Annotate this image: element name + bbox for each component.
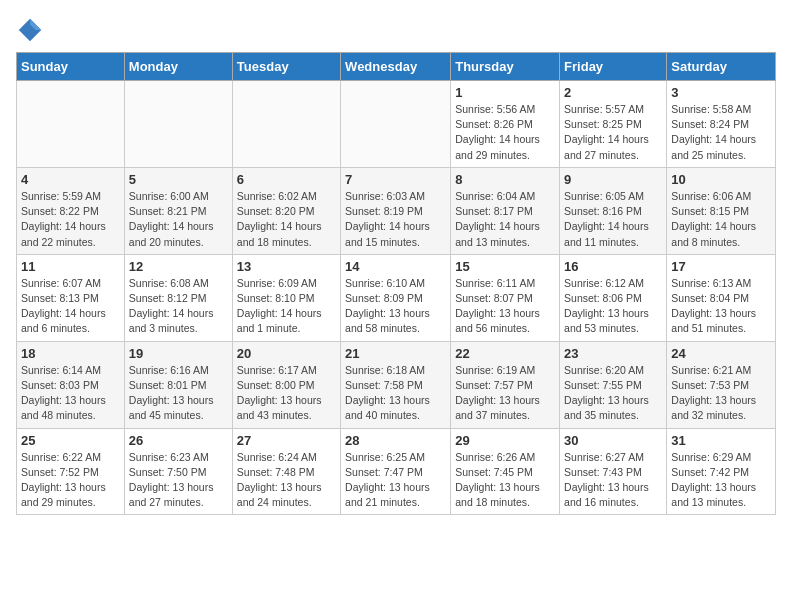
calendar-cell: 1Sunrise: 5:56 AM Sunset: 8:26 PM Daylig… bbox=[451, 81, 560, 168]
day-info: Sunrise: 6:18 AM Sunset: 7:58 PM Dayligh… bbox=[345, 363, 446, 424]
day-header-saturday: Saturday bbox=[667, 53, 776, 81]
day-number: 23 bbox=[564, 346, 662, 361]
day-info: Sunrise: 6:23 AM Sunset: 7:50 PM Dayligh… bbox=[129, 450, 228, 511]
day-info: Sunrise: 6:21 AM Sunset: 7:53 PM Dayligh… bbox=[671, 363, 771, 424]
day-number: 30 bbox=[564, 433, 662, 448]
day-info: Sunrise: 5:58 AM Sunset: 8:24 PM Dayligh… bbox=[671, 102, 771, 163]
day-info: Sunrise: 5:57 AM Sunset: 8:25 PM Dayligh… bbox=[564, 102, 662, 163]
day-info: Sunrise: 6:17 AM Sunset: 8:00 PM Dayligh… bbox=[237, 363, 336, 424]
calendar-cell bbox=[341, 81, 451, 168]
day-number: 19 bbox=[129, 346, 228, 361]
day-info: Sunrise: 6:09 AM Sunset: 8:10 PM Dayligh… bbox=[237, 276, 336, 337]
day-number: 21 bbox=[345, 346, 446, 361]
day-number: 7 bbox=[345, 172, 446, 187]
day-number: 3 bbox=[671, 85, 771, 100]
day-info: Sunrise: 6:11 AM Sunset: 8:07 PM Dayligh… bbox=[455, 276, 555, 337]
week-row-2: 4Sunrise: 5:59 AM Sunset: 8:22 PM Daylig… bbox=[17, 167, 776, 254]
calendar-cell: 17Sunrise: 6:13 AM Sunset: 8:04 PM Dayli… bbox=[667, 254, 776, 341]
logo bbox=[16, 16, 46, 44]
day-number: 4 bbox=[21, 172, 120, 187]
day-number: 15 bbox=[455, 259, 555, 274]
calendar-cell: 9Sunrise: 6:05 AM Sunset: 8:16 PM Daylig… bbox=[560, 167, 667, 254]
calendar-cell: 10Sunrise: 6:06 AM Sunset: 8:15 PM Dayli… bbox=[667, 167, 776, 254]
calendar-cell: 24Sunrise: 6:21 AM Sunset: 7:53 PM Dayli… bbox=[667, 341, 776, 428]
day-info: Sunrise: 6:26 AM Sunset: 7:45 PM Dayligh… bbox=[455, 450, 555, 511]
day-number: 12 bbox=[129, 259, 228, 274]
calendar-cell: 11Sunrise: 6:07 AM Sunset: 8:13 PM Dayli… bbox=[17, 254, 125, 341]
calendar-cell: 30Sunrise: 6:27 AM Sunset: 7:43 PM Dayli… bbox=[560, 428, 667, 515]
calendar-cell: 19Sunrise: 6:16 AM Sunset: 8:01 PM Dayli… bbox=[124, 341, 232, 428]
day-info: Sunrise: 6:13 AM Sunset: 8:04 PM Dayligh… bbox=[671, 276, 771, 337]
day-number: 20 bbox=[237, 346, 336, 361]
day-number: 10 bbox=[671, 172, 771, 187]
day-info: Sunrise: 6:02 AM Sunset: 8:20 PM Dayligh… bbox=[237, 189, 336, 250]
day-info: Sunrise: 6:20 AM Sunset: 7:55 PM Dayligh… bbox=[564, 363, 662, 424]
day-number: 14 bbox=[345, 259, 446, 274]
calendar-cell: 7Sunrise: 6:03 AM Sunset: 8:19 PM Daylig… bbox=[341, 167, 451, 254]
day-info: Sunrise: 6:19 AM Sunset: 7:57 PM Dayligh… bbox=[455, 363, 555, 424]
day-number: 13 bbox=[237, 259, 336, 274]
day-number: 18 bbox=[21, 346, 120, 361]
calendar-cell: 23Sunrise: 6:20 AM Sunset: 7:55 PM Dayli… bbox=[560, 341, 667, 428]
calendar-cell: 5Sunrise: 6:00 AM Sunset: 8:21 PM Daylig… bbox=[124, 167, 232, 254]
calendar-cell: 16Sunrise: 6:12 AM Sunset: 8:06 PM Dayli… bbox=[560, 254, 667, 341]
day-number: 6 bbox=[237, 172, 336, 187]
calendar-cell: 29Sunrise: 6:26 AM Sunset: 7:45 PM Dayli… bbox=[451, 428, 560, 515]
calendar-cell bbox=[17, 81, 125, 168]
calendar-cell bbox=[232, 81, 340, 168]
day-info: Sunrise: 6:16 AM Sunset: 8:01 PM Dayligh… bbox=[129, 363, 228, 424]
logo-icon bbox=[16, 16, 44, 44]
calendar-cell: 31Sunrise: 6:29 AM Sunset: 7:42 PM Dayli… bbox=[667, 428, 776, 515]
day-number: 25 bbox=[21, 433, 120, 448]
day-number: 17 bbox=[671, 259, 771, 274]
day-info: Sunrise: 6:05 AM Sunset: 8:16 PM Dayligh… bbox=[564, 189, 662, 250]
day-header-tuesday: Tuesday bbox=[232, 53, 340, 81]
week-row-5: 25Sunrise: 6:22 AM Sunset: 7:52 PM Dayli… bbox=[17, 428, 776, 515]
calendar-cell: 12Sunrise: 6:08 AM Sunset: 8:12 PM Dayli… bbox=[124, 254, 232, 341]
day-info: Sunrise: 5:56 AM Sunset: 8:26 PM Dayligh… bbox=[455, 102, 555, 163]
day-number: 8 bbox=[455, 172, 555, 187]
day-info: Sunrise: 6:04 AM Sunset: 8:17 PM Dayligh… bbox=[455, 189, 555, 250]
day-info: Sunrise: 6:29 AM Sunset: 7:42 PM Dayligh… bbox=[671, 450, 771, 511]
calendar-cell: 4Sunrise: 5:59 AM Sunset: 8:22 PM Daylig… bbox=[17, 167, 125, 254]
day-number: 29 bbox=[455, 433, 555, 448]
day-number: 26 bbox=[129, 433, 228, 448]
day-number: 27 bbox=[237, 433, 336, 448]
day-number: 2 bbox=[564, 85, 662, 100]
day-header-thursday: Thursday bbox=[451, 53, 560, 81]
calendar-cell: 27Sunrise: 6:24 AM Sunset: 7:48 PM Dayli… bbox=[232, 428, 340, 515]
calendar-cell: 20Sunrise: 6:17 AM Sunset: 8:00 PM Dayli… bbox=[232, 341, 340, 428]
day-info: Sunrise: 6:07 AM Sunset: 8:13 PM Dayligh… bbox=[21, 276, 120, 337]
calendar-cell: 2Sunrise: 5:57 AM Sunset: 8:25 PM Daylig… bbox=[560, 81, 667, 168]
day-number: 11 bbox=[21, 259, 120, 274]
day-info: Sunrise: 6:08 AM Sunset: 8:12 PM Dayligh… bbox=[129, 276, 228, 337]
calendar-cell: 22Sunrise: 6:19 AM Sunset: 7:57 PM Dayli… bbox=[451, 341, 560, 428]
day-header-wednesday: Wednesday bbox=[341, 53, 451, 81]
day-info: Sunrise: 6:10 AM Sunset: 8:09 PM Dayligh… bbox=[345, 276, 446, 337]
week-row-3: 11Sunrise: 6:07 AM Sunset: 8:13 PM Dayli… bbox=[17, 254, 776, 341]
calendar-cell: 25Sunrise: 6:22 AM Sunset: 7:52 PM Dayli… bbox=[17, 428, 125, 515]
day-info: Sunrise: 6:25 AM Sunset: 7:47 PM Dayligh… bbox=[345, 450, 446, 511]
day-header-monday: Monday bbox=[124, 53, 232, 81]
day-number: 1 bbox=[455, 85, 555, 100]
calendar-cell: 21Sunrise: 6:18 AM Sunset: 7:58 PM Dayli… bbox=[341, 341, 451, 428]
week-row-4: 18Sunrise: 6:14 AM Sunset: 8:03 PM Dayli… bbox=[17, 341, 776, 428]
calendar-cell: 18Sunrise: 6:14 AM Sunset: 8:03 PM Dayli… bbox=[17, 341, 125, 428]
day-info: Sunrise: 6:06 AM Sunset: 8:15 PM Dayligh… bbox=[671, 189, 771, 250]
day-number: 9 bbox=[564, 172, 662, 187]
day-number: 16 bbox=[564, 259, 662, 274]
calendar-cell: 15Sunrise: 6:11 AM Sunset: 8:07 PM Dayli… bbox=[451, 254, 560, 341]
day-number: 28 bbox=[345, 433, 446, 448]
day-number: 5 bbox=[129, 172, 228, 187]
calendar-cell: 28Sunrise: 6:25 AM Sunset: 7:47 PM Dayli… bbox=[341, 428, 451, 515]
page-header bbox=[16, 16, 776, 44]
day-info: Sunrise: 6:24 AM Sunset: 7:48 PM Dayligh… bbox=[237, 450, 336, 511]
calendar-cell: 13Sunrise: 6:09 AM Sunset: 8:10 PM Dayli… bbox=[232, 254, 340, 341]
day-header-sunday: Sunday bbox=[17, 53, 125, 81]
calendar-cell bbox=[124, 81, 232, 168]
day-info: Sunrise: 6:27 AM Sunset: 7:43 PM Dayligh… bbox=[564, 450, 662, 511]
day-info: Sunrise: 6:22 AM Sunset: 7:52 PM Dayligh… bbox=[21, 450, 120, 511]
calendar-cell: 26Sunrise: 6:23 AM Sunset: 7:50 PM Dayli… bbox=[124, 428, 232, 515]
day-number: 22 bbox=[455, 346, 555, 361]
calendar-cell: 8Sunrise: 6:04 AM Sunset: 8:17 PM Daylig… bbox=[451, 167, 560, 254]
